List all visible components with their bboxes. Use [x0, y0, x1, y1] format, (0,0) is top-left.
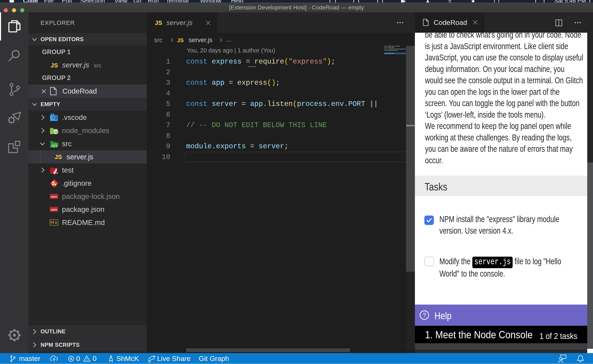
svg-text:npm: npm	[51, 208, 57, 211]
svg-text:?: ?	[423, 312, 426, 318]
svg-text:npm: npm	[51, 195, 57, 198]
svg-text:JS: JS	[54, 130, 57, 133]
